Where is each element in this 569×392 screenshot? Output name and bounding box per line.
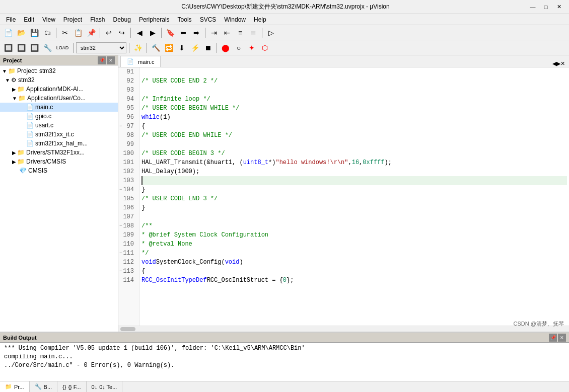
save-all-btn[interactable]: 🗂 [41,27,53,39]
flash-btn[interactable]: ⚡ [189,42,201,54]
tree-item[interactable]: 📄usart.c [0,121,118,130]
code-line[interactable]: RCC_OscInitTypeDef RCC_OscInitStruct = {… [141,276,567,285]
code-content[interactable]: /* USER CODE END 2 */ /* Infinite loop *… [139,67,569,326]
menu-item-debug[interactable]: Debug [109,14,135,25]
bookmark-prev-btn[interactable]: ⬅ [177,27,189,39]
tree-item[interactable]: ▶📁Application/MDK-AI... [0,85,118,94]
tree-item[interactable]: 📄gpio.c [0,112,118,121]
copy-btn[interactable]: 📋 [72,27,84,39]
menu-item-file[interactable]: File [2,14,20,25]
fold-button[interactable]: − [119,122,122,131]
cpu-btn[interactable]: 🔲 [2,42,14,54]
code-line[interactable] [141,176,567,185]
tree-item[interactable]: 💎CMSIS [0,166,118,175]
minimize-button[interactable]: — [527,2,539,12]
code-line[interactable]: /* USER CODE END 2 */ [141,76,567,86]
code-line[interactable] [141,212,567,221]
code-line[interactable]: /* USER CODE END 3 */ [141,194,567,203]
download-btn[interactable]: ⬇ [176,42,188,54]
maximize-button[interactable]: □ [540,2,552,12]
stop-btn[interactable]: ⏹ [202,42,214,54]
code-line[interactable]: while (1) [141,113,567,122]
board-btn[interactable]: 🔲 [15,42,27,54]
debug-btn[interactable]: ⬤ [220,42,232,54]
target-select[interactable]: stm32 [76,42,126,53]
tree-item[interactable]: ▶📁Drivers/STM32F1xx... [0,148,118,157]
rebuild-btn[interactable]: 🔁 [163,42,175,54]
tree-item[interactable]: ▼📁Application/User/Co... [0,94,118,103]
code-line[interactable]: } [141,185,567,194]
code-line[interactable]: HAL_Delay(1000); [141,167,567,176]
code-line[interactable]: } [141,203,567,212]
code-line[interactable]: { [141,122,567,131]
new-file-btn[interactable]: 📄 [2,27,14,39]
bottom-tab-3[interactable]: 0↓0↓ Te... [87,381,123,393]
tab-scroll-left[interactable]: ◀ [552,60,556,67]
tree-item[interactable]: 📄stm32f1xx_it.c [0,130,118,139]
code-line[interactable]: { [141,267,567,276]
code-line[interactable]: * @brief System Clock Configuration [141,230,567,240]
settings-btn[interactable]: 🔧 [41,42,53,54]
code-line[interactable]: * @retval None [141,240,567,249]
indent2-btn[interactable]: ≡ [234,27,246,39]
code-line[interactable] [141,140,567,149]
code-line[interactable]: void SystemClock_Config(void) [141,258,567,267]
tab-scroll-right[interactable]: ▶ [556,60,560,67]
unindent-btn[interactable]: ⇤ [221,27,233,39]
code-line[interactable]: */ [141,249,567,258]
code-line[interactable] [141,86,567,95]
tree-item[interactable]: ▼📁Project: stm32 [0,66,118,75]
bookmark-next-btn[interactable]: ➡ [190,27,202,39]
menu-item-view[interactable]: View [38,14,59,25]
build-panel-close-btn[interactable]: ✕ [558,334,566,342]
load-btn[interactable]: LOAD [54,42,70,54]
code-line[interactable]: /* USER CODE BEGIN WHILE */ [141,104,567,113]
tab-close[interactable]: ✕ [560,60,565,67]
tree-item[interactable]: ▼⚙stm32 [0,75,118,85]
code-line[interactable]: /* Infinite loop */ [141,95,567,104]
fold-button[interactable]: − [119,221,122,230]
menu-item-peripherals[interactable]: Peripherals [135,14,174,25]
panel-pin-btn[interactable]: 📌 [98,56,106,64]
editor-tab-main-c[interactable]: 📄 main.c [120,56,161,67]
build-panel-pin-btn[interactable]: 📌 [549,334,557,342]
menu-item-tools[interactable]: Tools [174,14,196,25]
fold-button[interactable]: − [119,249,122,258]
undo-btn[interactable]: ↩ [103,27,115,39]
bottom-tab-1[interactable]: 🔧B... [30,381,58,393]
cut-btn[interactable]: ✂ [59,27,71,39]
code-line[interactable]: /** [141,221,567,230]
debug4-btn[interactable]: ⬡ [259,42,271,54]
fold-button[interactable]: − [119,185,122,194]
menu-item-help[interactable]: Help [250,14,270,25]
package-btn[interactable]: 🔲 [28,42,40,54]
close-button[interactable]: ✕ [553,2,565,12]
bottom-tab-2[interactable]: {}{} F... [57,381,86,393]
horizontal-scrollbar[interactable] [118,326,569,332]
paste-btn[interactable]: 📌 [85,27,97,39]
debug3-btn[interactable]: ✦ [246,42,258,54]
indent3-btn[interactable]: ≣ [247,27,259,39]
nav-back-btn[interactable]: ◀ [133,27,146,39]
menu-item-edit[interactable]: Edit [20,14,38,25]
open-btn[interactable]: 📂 [15,27,27,39]
run-btn[interactable]: ▷ [265,27,277,39]
code-container[interactable]: 919293949596−979899100101102103−10410510… [118,67,569,326]
menu-item-window[interactable]: Window [220,14,250,25]
bottom-tab-0[interactable]: 📁Pr... [0,381,30,393]
bookmark-btn[interactable]: 🔖 [164,27,176,39]
build-btn[interactable]: 🔨 [150,42,162,54]
code-line[interactable]: /* USER CODE END WHILE */ [141,131,567,140]
tree-item[interactable]: 📄main.c [0,103,118,112]
save-btn[interactable]: 💾 [28,27,40,39]
magic-btn[interactable]: ✨ [132,42,144,54]
code-line[interactable]: /* USER CODE BEGIN 3 */ [141,149,567,158]
debug2-btn[interactable]: ○ [233,42,245,54]
redo-btn[interactable]: ↪ [116,27,128,39]
tree-item[interactable]: ▶📁Drivers/CMSIS [0,157,118,166]
code-line[interactable] [141,67,567,76]
panel-close-btn[interactable]: ✕ [107,56,115,64]
nav-fwd-btn[interactable]: ▶ [147,27,159,39]
tree-item[interactable]: 📄stm32f1xx_hal_m... [0,139,118,148]
menu-item-svcs[interactable]: SVCS [196,14,221,25]
